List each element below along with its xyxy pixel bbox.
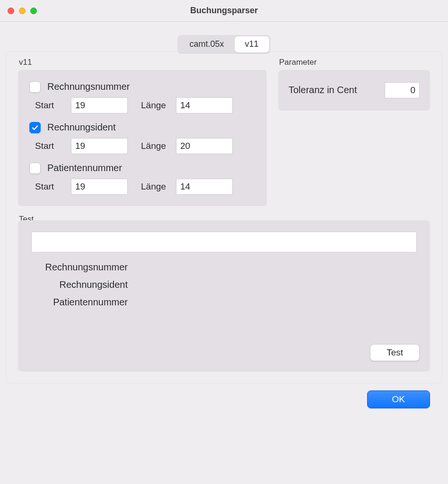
close-window-button[interactable] <box>8 8 14 14</box>
label-rechnungsnummer: Rechnungsnummer <box>47 81 130 92</box>
window-title: Buchungsparser <box>190 6 258 16</box>
checkbox-rechnungsident[interactable] <box>29 122 41 133</box>
label-start: Start <box>35 182 71 192</box>
main-panel: v11 Rechnungsnummer Start Länge <box>6 51 442 384</box>
label-start: Start <box>35 141 71 151</box>
zoom-window-button[interactable] <box>30 8 37 14</box>
fieldset-v11: v11 Rechnungsnummer Start Länge <box>18 63 267 206</box>
result-label-rechnungsident: Rechnungsident <box>33 279 132 290</box>
minimize-window-button[interactable] <box>19 8 26 14</box>
tab-v11[interactable]: v11 <box>235 36 269 52</box>
label-length: Länge <box>141 100 176 111</box>
label-rechnungsident: Rechnungsident <box>47 122 116 133</box>
checkbox-rechnungsnummer[interactable] <box>29 81 41 93</box>
label-tolerance: Toleranz in Cent <box>289 85 357 95</box>
input-patientennummer-start[interactable] <box>71 179 128 195</box>
titlebar: Buchungsparser <box>0 0 448 22</box>
fieldset-test: Test Rechnungsnummer Rechnungsident Pati… <box>18 220 430 372</box>
fieldset-v11-legend: v11 <box>18 58 33 67</box>
window-controls <box>8 8 37 14</box>
label-patientennummer: Patientennummer <box>47 163 122 173</box>
result-label-rechnungsnummer: Rechnungsnummer <box>33 262 132 273</box>
label-start: Start <box>35 100 71 111</box>
ok-button[interactable]: OK <box>367 390 430 408</box>
input-rechnungsident-start[interactable] <box>71 138 128 154</box>
input-patientennummer-length[interactable] <box>176 179 233 195</box>
check-icon <box>31 124 39 131</box>
result-label-patientennummer: Patientennummer <box>33 297 132 308</box>
input-test[interactable] <box>31 232 417 252</box>
test-button[interactable]: Test <box>370 344 420 361</box>
checkbox-patientennummer[interactable] <box>29 163 41 174</box>
input-rechnungsident-length[interactable] <box>176 138 233 154</box>
label-length: Länge <box>141 141 176 151</box>
input-rechnungsnummer-start[interactable] <box>71 97 128 113</box>
fieldset-parameter-legend: Parameter <box>278 58 317 67</box>
tab-camt05x[interactable]: camt.05x <box>179 36 234 52</box>
fieldset-parameter: Parameter Toleranz in Cent <box>278 63 430 206</box>
input-tolerance[interactable] <box>385 82 420 98</box>
input-rechnungsnummer-length[interactable] <box>176 97 233 113</box>
label-length: Länge <box>141 182 176 192</box>
